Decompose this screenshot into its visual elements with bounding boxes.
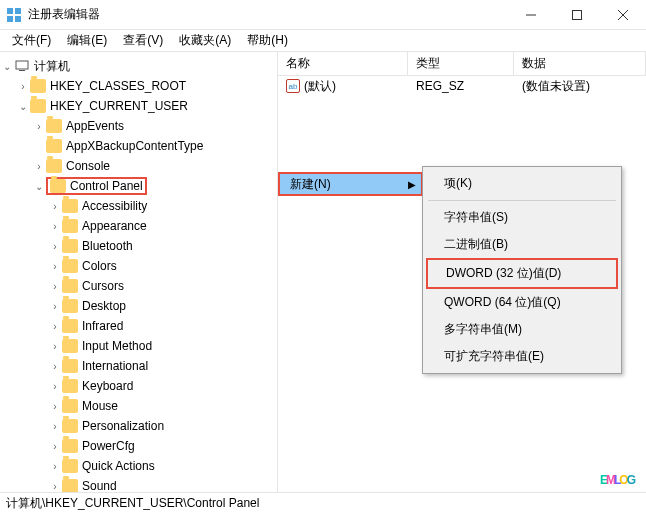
folder-icon	[62, 359, 78, 373]
folder-icon	[62, 459, 78, 473]
tree-label: Keyboard	[82, 379, 133, 393]
submenu-item[interactable]: DWORD (32 位)值(D)	[426, 258, 618, 289]
col-header-name[interactable]: 名称	[278, 52, 408, 75]
chevron-right-icon[interactable]	[48, 301, 62, 312]
list-header: 名称 类型 数据	[278, 52, 646, 76]
folder-icon	[62, 299, 78, 313]
menu-view[interactable]: 查看(V)	[115, 30, 171, 51]
chevron-right-icon[interactable]	[48, 441, 62, 452]
chevron-right-icon[interactable]	[48, 341, 62, 352]
tree-item-control-panel[interactable]: Control Panel	[0, 176, 277, 196]
menu-help[interactable]: 帮助(H)	[239, 30, 296, 51]
chevron-right-icon[interactable]	[48, 381, 62, 392]
tree-label: Control Panel	[70, 179, 143, 193]
folder-icon	[62, 239, 78, 253]
svg-rect-9	[19, 70, 25, 71]
tree-pane[interactable]: 计算机 HKEY_CLASSES_ROOT HKEY_CURRENT_USER …	[0, 52, 278, 492]
chevron-right-icon[interactable]	[48, 221, 62, 232]
submenu-item[interactable]: 可扩充字符串值(E)	[426, 343, 618, 370]
col-header-data[interactable]: 数据	[514, 52, 646, 75]
maximize-button[interactable]	[554, 0, 600, 29]
tree-item[interactable]: AppEvents	[0, 116, 277, 136]
menu-edit[interactable]: 编辑(E)	[59, 30, 115, 51]
chevron-right-icon[interactable]	[48, 361, 62, 372]
tree-item[interactable]: PowerCfg	[0, 436, 277, 456]
chevron-right-icon[interactable]	[32, 121, 46, 132]
chevron-right-icon[interactable]	[48, 241, 62, 252]
submenu-item[interactable]: QWORD (64 位)值(Q)	[426, 289, 618, 316]
tree-label: Sound	[82, 479, 117, 492]
chevron-right-icon[interactable]	[48, 461, 62, 472]
tree-item[interactable]: Keyboard	[0, 376, 277, 396]
tree-label: PowerCfg	[82, 439, 135, 453]
tree-hive[interactable]: HKEY_CLASSES_ROOT	[0, 76, 277, 96]
chevron-right-icon[interactable]	[48, 401, 62, 412]
tree-label: HKEY_CURRENT_USER	[50, 99, 188, 113]
svg-rect-3	[15, 16, 21, 22]
tree-item[interactable]: Sound	[0, 476, 277, 492]
col-header-type[interactable]: 类型	[408, 52, 514, 75]
chevron-right-icon: ▶	[403, 179, 421, 190]
chevron-right-icon[interactable]	[32, 161, 46, 172]
chevron-down-icon[interactable]	[0, 61, 14, 72]
tree-label: Colors	[82, 259, 117, 273]
chevron-right-icon[interactable]	[48, 281, 62, 292]
statusbar: 计算机\HKEY_CURRENT_USER\Control Panel	[0, 492, 646, 513]
value-data: (数值未设置)	[514, 77, 646, 96]
submenu-item[interactable]: 多字符串值(M)	[426, 316, 618, 343]
list-pane: 名称 类型 数据 ab (默认) REG_SZ (数值未设置) 新建(N) ▶ …	[278, 52, 646, 492]
tree-item[interactable]: Mouse	[0, 396, 277, 416]
close-button[interactable]	[600, 0, 646, 29]
submenu-item[interactable]: 项(K)	[426, 170, 618, 197]
chevron-down-icon[interactable]	[16, 101, 30, 112]
chevron-right-icon[interactable]	[16, 81, 30, 92]
tree-label: Bluetooth	[82, 239, 133, 253]
context-menu-new[interactable]: 新建(N) ▶	[278, 172, 423, 196]
tree-item[interactable]: Bluetooth	[0, 236, 277, 256]
chevron-right-icon[interactable]	[48, 201, 62, 212]
tree-root[interactable]: 计算机	[0, 56, 277, 76]
folder-icon	[62, 399, 78, 413]
selection-highlight: Control Panel	[46, 177, 147, 195]
menu-favorites[interactable]: 收藏夹(A)	[171, 30, 239, 51]
list-row[interactable]: ab (默认) REG_SZ (数值未设置)	[278, 76, 646, 96]
chevron-down-icon[interactable]	[32, 181, 46, 192]
window-controls	[508, 0, 646, 29]
tree-item[interactable]: Console	[0, 156, 277, 176]
menubar: 文件(F) 编辑(E) 查看(V) 收藏夹(A) 帮助(H)	[0, 30, 646, 52]
context-submenu: 项(K)字符串值(S)二进制值(B)DWORD (32 位)值(D)QWORD …	[422, 166, 622, 374]
folder-icon	[50, 179, 66, 193]
tree-item[interactable]: Cursors	[0, 276, 277, 296]
tree-label: Infrared	[82, 319, 123, 333]
chevron-right-icon[interactable]	[48, 261, 62, 272]
menu-file[interactable]: 文件(F)	[4, 30, 59, 51]
tree-label: HKEY_CLASSES_ROOT	[50, 79, 186, 93]
submenu-item[interactable]: 字符串值(S)	[426, 204, 618, 231]
folder-icon	[62, 439, 78, 453]
tree-item[interactable]: AppXBackupContentType	[0, 136, 277, 156]
tree-label: 计算机	[34, 58, 70, 75]
tree-hive[interactable]: HKEY_CURRENT_USER	[0, 96, 277, 116]
tree-item[interactable]: Quick Actions	[0, 456, 277, 476]
svg-rect-8	[16, 61, 28, 69]
tree-item[interactable]: Input Method	[0, 336, 277, 356]
tree-item[interactable]: Accessibility	[0, 196, 277, 216]
folder-icon	[62, 199, 78, 213]
tree-item[interactable]: International	[0, 356, 277, 376]
minimize-button[interactable]	[508, 0, 554, 29]
tree-item[interactable]: Desktop	[0, 296, 277, 316]
tree-label: Desktop	[82, 299, 126, 313]
chevron-right-icon[interactable]	[48, 321, 62, 332]
tree-item[interactable]: Colors	[0, 256, 277, 276]
chevron-right-icon[interactable]	[48, 421, 62, 432]
chevron-right-icon[interactable]	[48, 481, 62, 492]
folder-icon	[62, 279, 78, 293]
tree-label: Personalization	[82, 419, 164, 433]
submenu-item[interactable]: 二进制值(B)	[426, 231, 618, 258]
tree-item[interactable]: Personalization	[0, 416, 277, 436]
tree-item[interactable]: Infrared	[0, 316, 277, 336]
folder-icon	[62, 339, 78, 353]
tree-label: Appearance	[82, 219, 147, 233]
tree-item[interactable]: Appearance	[0, 216, 277, 236]
tree-label: Mouse	[82, 399, 118, 413]
